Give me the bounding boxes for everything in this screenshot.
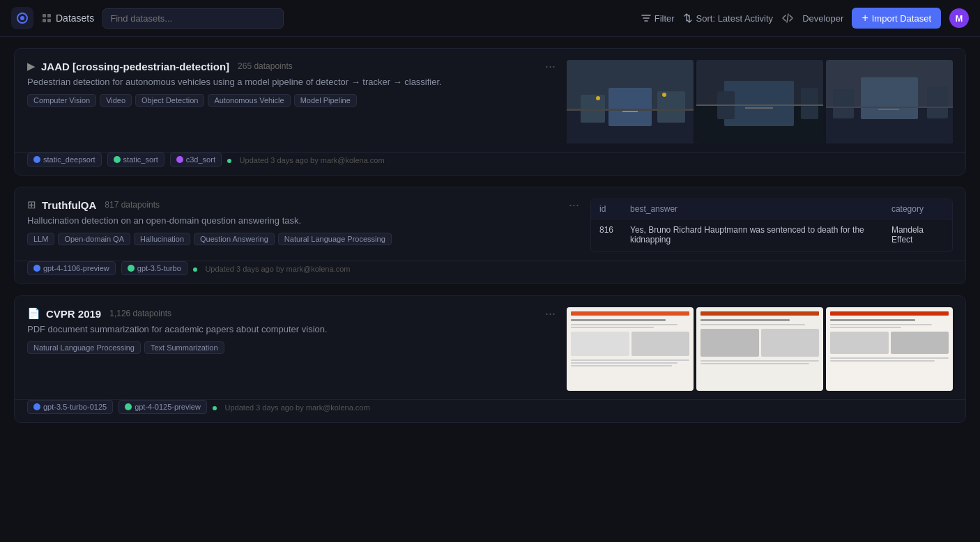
dataset-title-jaad[interactable]: JAAD [crossing-pedestrian-detection] [41,61,229,72]
model-icon-2 [114,156,121,163]
updated-text-jaad: Updated 3 days ago by mark@kolena.com [240,156,385,164]
updated-dot-cvpr2019 [213,406,217,410]
card-info-truthfulqa: ⊞ TruthfulQA 817 datapoints ··· Hallucin… [27,199,579,252]
tag-text-summarization[interactable]: Text Summarization [144,341,224,354]
model-tag-static-sort[interactable]: static_sort [107,153,164,167]
model-icon-gpt4-0125 [125,403,132,410]
card-info-jaad: ▶ JAAD [crossing-pedestrian-detection] 2… [27,60,556,144]
tag-nlp-cvpr[interactable]: Natural Language Processing [27,341,141,354]
doc-icon: 📄 [27,307,40,320]
card-footer-jaad: static_deepsort static_sort c3d_sort Upd… [15,153,965,175]
card-header-truthfulqa: ⊞ TruthfulQA 817 datapoints ··· [27,199,579,211]
tag-open-domain-qa[interactable]: Open-domain QA [58,233,130,245]
model-tag-gpt4-preview[interactable]: gpt-4-1106-preview [27,261,116,275]
top-bar: Datasets Filter Sort: Latest Activity De… [0,0,980,37]
svg-rect-10 [657,91,685,123]
developer-label: Developer [802,13,843,24]
card-menu-truthfulqa[interactable]: ··· [569,199,579,211]
tag-hallucination[interactable]: Hallucination [134,233,190,245]
svg-point-14 [662,93,666,97]
card-body-truthfulqa: ⊞ TruthfulQA 817 datapoints ··· Hallucin… [15,187,965,261]
tag-nlp[interactable]: Natural Language Processing [278,233,392,245]
svg-rect-24 [861,77,918,119]
col-header-category: category [883,199,952,219]
svg-rect-25 [833,89,854,118]
svg-rect-2 [43,14,46,17]
thumb-2-jaad [696,60,823,144]
tag-question-answering[interactable]: Question Answering [194,233,275,245]
updated-text-cvpr2019: Updated 3 days ago by mark@kolena.com [225,403,370,412]
card-info-cvpr2019: 📄 CVPR 2019 1,126 datapoints ··· PDF doc… [27,307,556,391]
model-tag-gpt35-0125[interactable]: gpt-3.5-turbo-0125 [27,400,113,414]
thumb-2-cvpr [696,307,823,391]
dataset-desc-truthfulqa: Hallucination detection on an open-domai… [27,215,579,226]
dataset-card-cvpr2019: 📄 CVPR 2019 1,126 datapoints ··· PDF doc… [14,295,966,423]
svg-rect-11 [567,109,694,111]
thumb-3-jaad [826,60,953,144]
card-menu-jaad[interactable]: ··· [545,60,556,72]
thumb-3-cvpr [826,307,953,391]
svg-rect-8 [608,88,652,126]
updated-dot-truthfulqa [193,268,197,272]
dataset-card-truthfulqa: ⊞ TruthfulQA 817 datapoints ··· Hallucin… [14,187,966,284]
card-menu-cvpr2019[interactable]: ··· [545,307,556,320]
app-logo [11,7,33,29]
dataset-desc-cvpr2019: PDF document summarization for academic … [27,324,556,334]
dataset-card-jaad: ▶ JAAD [crossing-pedestrian-detection] 2… [14,48,966,176]
avatar[interactable]: M [949,8,969,28]
model-tag-gpt35-turbo[interactable]: gpt-3.5-turbo [121,261,187,275]
tags-truthfulqa: LLM Open-domain QA Hallucination Questio… [27,233,579,245]
dataset-title-cvpr2019[interactable]: CVPR 2019 [46,308,101,320]
svg-rect-5 [47,19,51,22]
thumbnails-cvpr2019 [567,307,953,391]
updated-text-truthfulqa: Updated 3 days ago by mark@kolena.com [205,265,350,273]
model-tag-gpt4-0125[interactable]: gpt-4-0125-preview [118,400,207,414]
thumbnails-jaad [567,60,953,144]
sort-button[interactable]: Sort: Latest Activity [683,13,774,24]
import-dataset-button[interactable]: + Import Dataset [852,8,941,29]
thumb-1-jaad [567,60,694,144]
tag-llm[interactable]: LLM [27,233,54,245]
model-icon-1 [33,156,40,163]
play-icon: ▶ [27,60,36,72]
svg-point-13 [596,96,600,100]
tag-object-detection[interactable]: Object Detection [135,94,204,107]
svg-rect-21 [745,107,773,109]
tags-cvpr2019: Natural Language Processing Text Summari… [27,341,556,354]
table-preview-truthfulqa: id best_answer category 816 Yes, Bruno R… [590,199,953,252]
card-footer-cvpr2019: gpt-3.5-turbo-0125 gpt-4-0125-preview Up… [15,400,965,422]
col-header-best-answer: best_answer [622,199,883,219]
datapoints-jaad: 265 datapoints [238,61,293,71]
svg-rect-26 [927,86,948,118]
model-tag-c3d-sort[interactable]: c3d_sort [170,153,222,167]
datapoints-cvpr2019: 1,126 datapoints [109,309,171,318]
tag-video[interactable]: Video [100,94,132,107]
cell-best-answer: Yes, Bruno Richard Hauptmann was sentenc… [622,219,883,251]
tag-model-pipeline[interactable]: Model Pipeline [294,94,357,107]
col-header-id: id [591,199,622,219]
card-header-cvpr2019: 📄 CVPR 2019 1,126 datapoints ··· [27,307,556,320]
svg-rect-12 [622,111,638,112]
dataset-title-truthfulqa[interactable]: TruthfulQA [42,199,96,211]
cell-category: Mandela Effect [883,219,952,251]
model-icon-gpt35-0125 [33,403,40,410]
tag-computer-vision[interactable]: Computer Vision [27,94,96,107]
model-tag-static-deepsort[interactable]: static_deepsort [27,153,102,167]
card-body-cvpr2019: 📄 CVPR 2019 1,126 datapoints ··· PDF doc… [15,296,965,399]
top-actions: Filter Sort: Latest Activity Developer +… [641,8,969,29]
cell-id: 816 [591,219,622,251]
developer-icon [781,12,794,24]
filter-button[interactable]: Filter [641,13,675,24]
model-icon-3 [176,156,183,163]
svg-rect-28 [878,109,899,110]
section-label: Datasets [42,13,94,24]
thumb-1-cvpr [567,307,694,391]
dataset-desc-jaad: Pedestrian detection for autonomous vehi… [27,77,556,87]
tag-autonomous-vehicle[interactable]: Autonomous Vehicle [208,94,290,107]
card-body-jaad: ▶ JAAD [crossing-pedestrian-detection] 2… [15,49,965,152]
table-row: 816 Yes, Bruno Richard Hauptmann was sen… [591,219,952,251]
updated-dot-jaad [227,159,231,163]
grid-icon: ⊞ [27,199,36,211]
search-input[interactable] [102,8,284,29]
svg-rect-4 [43,19,46,22]
